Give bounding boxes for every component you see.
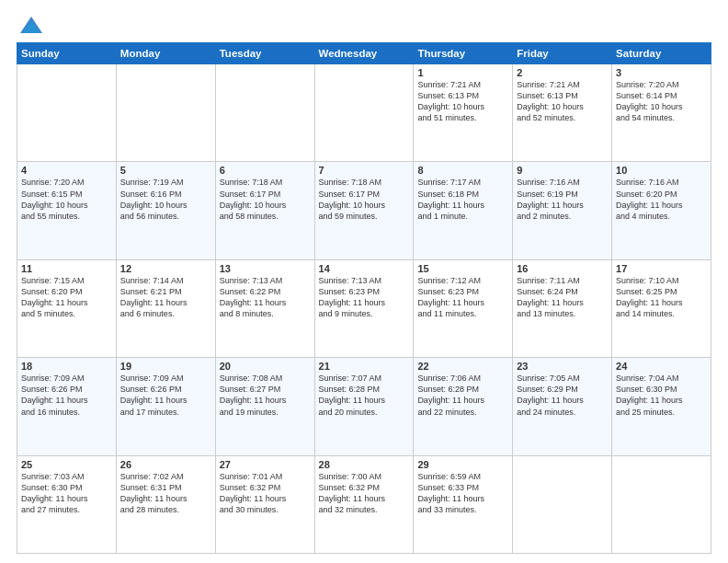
calendar-week-5: 25Sunrise: 7:03 AMSunset: 6:30 PMDayligh… [17,455,711,553]
calendar-cell: 4Sunrise: 7:20 AMSunset: 6:15 PMDaylight… [17,162,117,259]
day-number: 24 [616,361,707,372]
calendar-cell: 10Sunrise: 7:16 AMSunset: 6:20 PMDayligh… [612,162,711,259]
day-number: 6 [220,165,311,176]
day-number: 8 [417,165,508,176]
calendar-cell [17,64,117,162]
day-info: Sunrise: 7:00 AMSunset: 6:32 PMDaylight:… [319,471,410,516]
day-info: Sunrise: 7:16 AMSunset: 6:20 PMDaylight:… [616,177,707,222]
calendar-week-1: 1Sunrise: 7:21 AMSunset: 6:13 PMDaylight… [17,64,711,162]
day-info: Sunrise: 7:15 AMSunset: 6:20 PMDaylight:… [21,275,112,320]
day-info: Sunrise: 7:18 AMSunset: 6:17 PMDaylight:… [319,177,410,222]
calendar-cell: 8Sunrise: 7:17 AMSunset: 6:18 PMDaylight… [414,162,513,259]
calendar-cell: 1Sunrise: 7:21 AMSunset: 6:13 PMDaylight… [414,64,513,162]
day-info: Sunrise: 7:10 AMSunset: 6:25 PMDaylight:… [616,275,707,320]
day-number: 13 [220,263,311,274]
day-number: 9 [517,165,608,176]
calendar-cell [314,64,414,162]
day-number: 19 [120,361,211,372]
day-number: 22 [417,361,508,372]
day-number: 11 [21,263,112,274]
day-number: 12 [120,263,211,274]
day-info: Sunrise: 7:02 AMSunset: 6:31 PMDaylight:… [120,471,211,516]
day-info: Sunrise: 7:20 AMSunset: 6:14 PMDaylight:… [616,79,707,124]
calendar-cell: 25Sunrise: 7:03 AMSunset: 6:30 PMDayligh… [17,455,117,553]
day-number: 2 [517,67,608,78]
day-info: Sunrise: 7:13 AMSunset: 6:23 PMDaylight:… [319,275,410,320]
calendar-cell: 2Sunrise: 7:21 AMSunset: 6:13 PMDaylight… [513,64,612,162]
day-info: Sunrise: 7:06 AMSunset: 6:28 PMDaylight:… [417,373,508,418]
day-info: Sunrise: 7:01 AMSunset: 6:32 PMDaylight:… [220,471,311,516]
calendar-cell: 14Sunrise: 7:13 AMSunset: 6:23 PMDayligh… [314,259,414,357]
calendar-cell: 11Sunrise: 7:15 AMSunset: 6:20 PMDayligh… [17,259,117,357]
day-info: Sunrise: 7:12 AMSunset: 6:23 PMDaylight:… [417,275,508,320]
day-info: Sunrise: 7:16 AMSunset: 6:19 PMDaylight:… [517,177,608,222]
calendar-cell: 13Sunrise: 7:13 AMSunset: 6:22 PMDayligh… [215,259,314,357]
day-number: 29 [417,459,508,470]
day-number: 26 [120,459,211,470]
logo-text [17,15,44,35]
day-info: Sunrise: 7:18 AMSunset: 6:17 PMDaylight:… [220,177,311,222]
calendar-header-saturday: Saturday [612,43,711,64]
calendar-cell: 23Sunrise: 7:05 AMSunset: 6:29 PMDayligh… [513,358,612,455]
day-info: Sunrise: 7:13 AMSunset: 6:22 PMDaylight:… [220,275,311,320]
calendar-cell: 17Sunrise: 7:10 AMSunset: 6:25 PMDayligh… [612,259,711,357]
calendar-cell: 16Sunrise: 7:11 AMSunset: 6:24 PMDayligh… [513,259,612,357]
day-info: Sunrise: 7:05 AMSunset: 6:29 PMDaylight:… [517,373,608,418]
calendar-header-thursday: Thursday [414,43,513,64]
calendar-week-2: 4Sunrise: 7:20 AMSunset: 6:15 PMDaylight… [17,162,711,259]
calendar-cell: 19Sunrise: 7:09 AMSunset: 6:26 PMDayligh… [116,358,215,455]
day-number: 28 [319,459,410,470]
day-info: Sunrise: 7:09 AMSunset: 6:26 PMDaylight:… [120,373,211,418]
day-number: 1 [417,67,508,78]
calendar-cell: 26Sunrise: 7:02 AMSunset: 6:31 PMDayligh… [116,455,215,553]
day-info: Sunrise: 7:21 AMSunset: 6:13 PMDaylight:… [517,79,608,124]
day-number: 7 [319,165,410,176]
day-number: 14 [319,263,410,274]
logo-icon [18,15,44,35]
calendar-table: SundayMondayTuesdayWednesdayThursdayFrid… [17,42,711,554]
day-info: Sunrise: 6:59 AMSunset: 6:33 PMDaylight:… [417,471,508,516]
calendar-week-3: 11Sunrise: 7:15 AMSunset: 6:20 PMDayligh… [17,259,711,357]
logo [17,15,44,35]
day-info: Sunrise: 7:11 AMSunset: 6:24 PMDaylight:… [517,275,608,320]
calendar-header-wednesday: Wednesday [314,43,414,64]
calendar-cell [116,64,215,162]
calendar-header-tuesday: Tuesday [215,43,314,64]
day-number: 15 [417,263,508,274]
calendar-cell: 20Sunrise: 7:08 AMSunset: 6:27 PMDayligh… [215,358,314,455]
day-number: 5 [120,165,211,176]
day-number: 20 [220,361,311,372]
day-number: 16 [517,263,608,274]
calendar-cell [612,455,711,553]
calendar-cell [215,64,314,162]
day-number: 17 [616,263,707,274]
day-number: 21 [319,361,410,372]
calendar-cell: 21Sunrise: 7:07 AMSunset: 6:28 PMDayligh… [314,358,414,455]
calendar-cell: 22Sunrise: 7:06 AMSunset: 6:28 PMDayligh… [414,358,513,455]
page: SundayMondayTuesdayWednesdayThursdayFrid… [0,0,728,563]
calendar-cell: 12Sunrise: 7:14 AMSunset: 6:21 PMDayligh… [116,259,215,357]
day-info: Sunrise: 7:20 AMSunset: 6:15 PMDaylight:… [21,177,112,222]
calendar-cell: 9Sunrise: 7:16 AMSunset: 6:19 PMDaylight… [513,162,612,259]
calendar-cell: 27Sunrise: 7:01 AMSunset: 6:32 PMDayligh… [215,455,314,553]
calendar-cell: 5Sunrise: 7:19 AMSunset: 6:16 PMDaylight… [116,162,215,259]
calendar-header-friday: Friday [513,43,612,64]
calendar-cell: 18Sunrise: 7:09 AMSunset: 6:26 PMDayligh… [17,358,117,455]
header [17,15,711,35]
day-info: Sunrise: 7:17 AMSunset: 6:18 PMDaylight:… [417,177,508,222]
day-number: 25 [21,459,112,470]
calendar-cell: 28Sunrise: 7:00 AMSunset: 6:32 PMDayligh… [314,455,414,553]
day-info: Sunrise: 7:09 AMSunset: 6:26 PMDaylight:… [21,373,112,418]
calendar-header-row: SundayMondayTuesdayWednesdayThursdayFrid… [17,43,711,64]
day-number: 4 [21,165,112,176]
calendar-cell: 3Sunrise: 7:20 AMSunset: 6:14 PMDaylight… [612,64,711,162]
day-info: Sunrise: 7:04 AMSunset: 6:30 PMDaylight:… [616,373,707,418]
calendar-header-sunday: Sunday [17,43,117,64]
day-number: 23 [517,361,608,372]
calendar-week-4: 18Sunrise: 7:09 AMSunset: 6:26 PMDayligh… [17,358,711,455]
day-info: Sunrise: 7:08 AMSunset: 6:27 PMDaylight:… [220,373,311,418]
day-number: 18 [21,361,112,372]
calendar-header-monday: Monday [116,43,215,64]
day-number: 27 [220,459,311,470]
calendar-cell: 7Sunrise: 7:18 AMSunset: 6:17 PMDaylight… [314,162,414,259]
